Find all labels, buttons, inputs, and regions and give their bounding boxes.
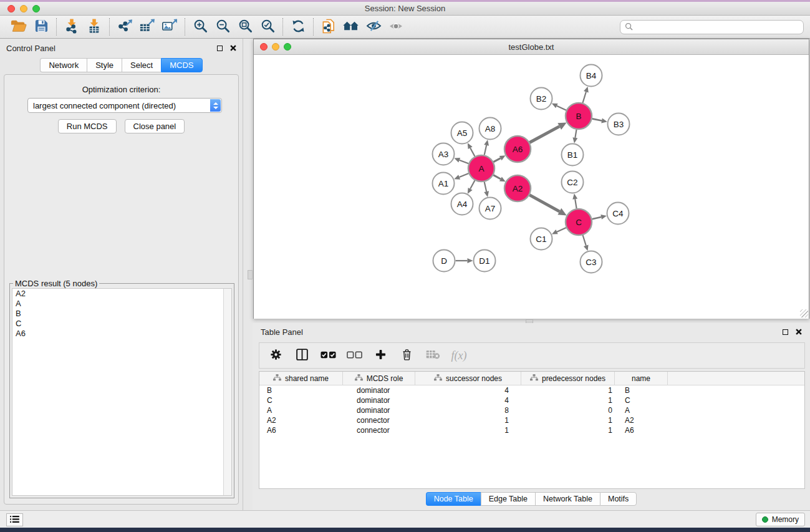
table-row[interactable]: A2connector11A2	[259, 415, 804, 425]
edge-A-A3[interactable]	[460, 160, 469, 164]
memory-button[interactable]: Memory	[756, 513, 805, 526]
edge-C-C2[interactable]	[575, 199, 576, 208]
float-panel-icon[interactable]	[217, 46, 223, 51]
column-header-name[interactable]: name	[615, 372, 668, 385]
add-column-button[interactable]	[372, 346, 389, 365]
delete-columns-button[interactable]	[398, 346, 415, 365]
node-table[interactable]: shared nameMCDS rolesuccessor nodesprede…	[259, 371, 805, 489]
table-cell[interactable]: B	[259, 385, 343, 395]
column-header-MCDS-role[interactable]: MCDS role	[343, 372, 415, 385]
export-image-button[interactable]	[158, 17, 181, 37]
table-cell[interactable]: dominator	[343, 385, 415, 395]
mcds-result-list[interactable]: A2ABCA6	[12, 288, 232, 496]
deselect-all-columns-button[interactable]	[345, 346, 363, 365]
import-network-button[interactable]	[60, 17, 83, 37]
table-cell[interactable]: 1	[521, 415, 615, 425]
column-header-shared-name[interactable]: shared name	[259, 372, 343, 385]
tab-edge-table[interactable]: Edge Table	[481, 492, 535, 506]
table-cell[interactable]: 0	[521, 405, 615, 415]
table-cell[interactable]: dominator	[343, 395, 415, 405]
edge-A6-B[interactable]	[529, 127, 559, 143]
table-cell[interactable]: 4	[415, 385, 521, 395]
edge-B-B3[interactable]	[592, 118, 602, 120]
export-table-button[interactable]	[136, 17, 158, 37]
edge-B-B4[interactable]	[582, 92, 586, 103]
table-cell[interactable]: A	[259, 405, 343, 415]
network-graph[interactable]: B4B2BB3A8A5A6B1A3AA1C2A2A4A7C4CC1C3DD1	[254, 55, 809, 319]
mcds-result-item[interactable]: A2	[12, 289, 231, 299]
apply-layout-button[interactable]	[287, 17, 309, 37]
table-cell[interactable]: 1	[415, 415, 521, 425]
table-cell[interactable]: C	[615, 395, 668, 405]
table-cell[interactable]: A	[615, 405, 668, 415]
table-cell[interactable]: connector	[343, 425, 415, 435]
zoom-out-button[interactable]	[211, 17, 234, 37]
tab-network[interactable]: Network	[40, 58, 87, 72]
network-minimize-button[interactable]	[272, 43, 279, 51]
search-input[interactable]	[635, 23, 799, 32]
table-float-panel-icon[interactable]	[783, 329, 788, 335]
tab-motifs[interactable]: Motifs	[600, 492, 637, 506]
criterion-dropdown[interactable]: largest connected component (directed)	[27, 98, 222, 113]
show-all-button[interactable]	[385, 17, 407, 37]
edge-A-A5[interactable]	[470, 148, 475, 157]
close-panel-icon[interactable]	[230, 42, 236, 54]
column-panel-button[interactable]	[293, 346, 311, 365]
table-cell[interactable]: 1	[521, 425, 615, 435]
table-cell[interactable]: 8	[415, 405, 521, 415]
minimize-window-button[interactable]	[20, 5, 27, 12]
edge-A-A6[interactable]	[493, 158, 500, 162]
table-cell[interactable]: A2	[615, 415, 668, 425]
edge-C-C3[interactable]	[583, 235, 586, 246]
mcds-result-scrollbar[interactable]	[223, 289, 231, 495]
open-file-button[interactable]	[7, 17, 30, 37]
column-settings-button[interactable]	[267, 346, 284, 365]
table-cell[interactable]: A2	[259, 415, 343, 425]
table-cell[interactable]: A6	[615, 425, 668, 435]
zoom-fit-button[interactable]	[234, 17, 256, 37]
hide-selected-button[interactable]	[362, 17, 385, 37]
edge-A2-C[interactable]	[529, 195, 559, 211]
maximize-window-button[interactable]	[32, 5, 40, 12]
close-panel-button[interactable]: Close panel	[125, 119, 185, 133]
edge-A-A7[interactable]	[485, 181, 486, 191]
mcds-result-item[interactable]: A6	[12, 329, 231, 339]
column-header-predecessor-nodes[interactable]: predecessor nodes	[521, 372, 615, 385]
tab-style[interactable]: Style	[87, 58, 122, 72]
window-resize-grip[interactable]	[800, 309, 808, 317]
table-close-panel-icon[interactable]	[796, 326, 802, 337]
column-header-successor-nodes[interactable]: successor nodes	[415, 372, 521, 385]
edge-C-C4[interactable]	[592, 217, 601, 219]
table-cell[interactable]: C	[259, 395, 343, 405]
tab-mcds[interactable]: MCDS	[161, 58, 202, 72]
zoom-selected-button[interactable]	[256, 17, 279, 37]
tab-select[interactable]: Select	[122, 58, 161, 72]
table-row[interactable]: Bdominator41B	[259, 385, 804, 395]
table-cell[interactable]: B	[615, 385, 668, 395]
table-cell[interactable]: A6	[259, 425, 343, 435]
new-network-document-button[interactable]	[317, 17, 340, 37]
table-cell[interactable]: 4	[415, 395, 521, 405]
vertical-split-handle[interactable]	[248, 270, 253, 279]
edge-B-B2[interactable]	[557, 106, 566, 110]
run-mcds-button[interactable]: Run MCDS	[58, 119, 117, 133]
select-all-columns-button[interactable]	[319, 346, 337, 365]
table-cell[interactable]: 1	[415, 425, 521, 435]
network-canvas[interactable]: B4B2BB3A8A5A6B1A3AA1C2A2A4A7C4CC1C3DD1	[254, 55, 809, 319]
export-network-button[interactable]	[113, 17, 136, 37]
table-row[interactable]: Adominator80A	[259, 405, 804, 415]
mcds-result-item[interactable]: C	[12, 319, 231, 329]
edge-A-A2[interactable]	[493, 175, 501, 179]
table-row[interactable]: Cdominator41C	[259, 395, 804, 405]
table-cell[interactable]: 1	[521, 395, 615, 405]
ndex-home-button[interactable]	[340, 17, 362, 37]
network-window-titlebar[interactable]: testGlobe.txt	[254, 39, 809, 55]
tab-node-table[interactable]: Node Table	[426, 492, 481, 506]
mcds-result-item[interactable]: B	[12, 309, 231, 319]
mcds-result-item[interactable]: A	[12, 299, 231, 309]
network-close-button[interactable]	[260, 43, 268, 51]
table-cell[interactable]: dominator	[343, 405, 415, 415]
import-table-button[interactable]	[83, 17, 105, 37]
save-session-button[interactable]	[30, 17, 52, 37]
table-cell[interactable]: 1	[521, 385, 615, 395]
